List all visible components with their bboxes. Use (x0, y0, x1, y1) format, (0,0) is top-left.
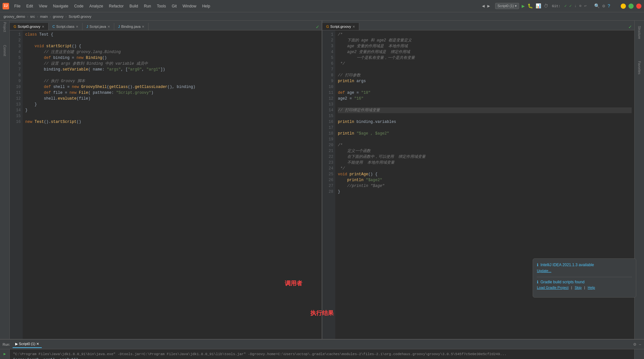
help-icon[interactable]: ? (608, 4, 610, 9)
sidebar-project-icon[interactable]: Project (1, 23, 9, 31)
tab-icon-java: J (86, 25, 88, 28)
tab-icon-groovy: G (14, 25, 17, 28)
tab-close-script-groovy[interactable]: ✕ (352, 25, 355, 28)
tab-icon-class: C (52, 25, 55, 28)
window-controls: ◀ ▶ Script0 (1) ▾ ▶ 🐛 📊 ⏱ Git: ✓ ✓ ↓ ⊙ ↩… (482, 3, 641, 9)
sidebar-structure-icon[interactable]: Structure (638, 26, 641, 39)
menu-tools[interactable]: Tools (154, 3, 169, 10)
profile-icon[interactable]: ⏱ (544, 4, 548, 9)
breadcrumb-groovy[interactable]: groovy (52, 15, 64, 18)
breadcrumb-file[interactable]: Script0.groovy (68, 15, 92, 18)
left-line-numbers: 12345678910111213141516 (10, 30, 23, 339)
maximize-button[interactable] (628, 4, 634, 9)
notification-separator (537, 277, 632, 277)
notification-panel: ℹ IntelliJ IDEA 2021.1.3 available Updat… (533, 258, 636, 298)
run-icon[interactable]: ▶ (522, 3, 525, 9)
git-pull-icon[interactable]: ↓ (574, 4, 576, 8)
help-link[interactable]: Help (588, 286, 595, 289)
menu-code[interactable]: Code (72, 3, 86, 10)
sidebar-favorites-icon[interactable]: Favorites (638, 61, 641, 74)
tab-close-script0[interactable]: ✕ (42, 25, 44, 28)
breadcrumb-project[interactable]: groovy_demo (3, 15, 26, 18)
menu-window[interactable]: Window (180, 3, 199, 10)
git-history-icon[interactable]: ⊙ (579, 4, 582, 8)
gradle-sep2: | (584, 286, 585, 289)
tab-label-script-groovy: Script.groovy (330, 25, 351, 28)
tab-close-class[interactable]: ✕ (76, 25, 78, 28)
debug-icon[interactable]: 🐛 (527, 3, 533, 9)
git-revert-icon[interactable]: ↩ (584, 4, 586, 8)
menu-help[interactable]: Help (200, 3, 213, 10)
left-sidebar: Project Commit (0, 21, 10, 339)
tab-label-script0: Script0.groovy (18, 25, 40, 28)
close-button[interactable] (636, 4, 641, 9)
menu-analyze[interactable]: Analyze (87, 3, 106, 10)
menu-bar: File Edit View Navigate Code Analyze Ref… (12, 3, 213, 10)
notification-idea-title: ℹ IntelliJ IDEA 2021.1.3 available (537, 263, 632, 267)
left-code-content[interactable]: class Test { void startScript() { // 注意这… (23, 30, 322, 339)
run-tab-script0[interactable]: ▶ Script0 (1) ✕ (13, 341, 42, 348)
minimize-button[interactable] (621, 4, 626, 9)
settings-icon[interactable]: ⚙ (602, 3, 605, 9)
tab-label-class: Script.class (56, 25, 74, 28)
menu-navigate[interactable]: Navigate (50, 3, 71, 10)
left-annotation: 调用者 (285, 279, 302, 287)
left-pane-check: ✓ (316, 24, 319, 30)
coverage-icon[interactable]: 📊 (536, 3, 541, 9)
left-editor-tabs: G Script0.groovy ✕ C Script.class ✕ J Sc… (10, 21, 322, 30)
forward-icon[interactable]: ▶ (487, 3, 490, 9)
run-right-controls (634, 349, 644, 359)
search-icon[interactable]: 🔍 (594, 3, 600, 9)
run-config-dropdown[interactable]: Script0 (1) ▾ (495, 3, 519, 9)
run-panel: Run: ▶ Script0 (1) ✕ ⚙ – ▶ ■ ↺ ⏸ ⤓ ⏎ 🗑 "… (0, 339, 644, 359)
menu-edit[interactable]: Edit (24, 3, 36, 10)
run-content: ▶ ■ ↺ ⏸ ⤓ ⏎ 🗑 "C:\Program Files\Java\jdk… (0, 349, 644, 359)
sidebar-commit-icon[interactable]: Commit (1, 47, 9, 54)
gradle-links: Load Gradle Project | Skip | Help (537, 286, 632, 289)
tab-script-groovy[interactable]: G Script.groovy ✕ (322, 23, 359, 30)
run-hide-icon[interactable]: – (639, 342, 641, 347)
title-bar: IJ File Edit View Navigate Code Analyze … (0, 0, 644, 12)
menu-file[interactable]: File (12, 3, 23, 10)
run-settings-icon[interactable]: ⚙ (633, 342, 636, 347)
tab-close-java[interactable]: ✕ (107, 25, 110, 28)
menu-view[interactable]: View (36, 3, 50, 10)
run-cmd-line: "C:\Program Files\Java\jdk1.8.0_91\bin\j… (13, 351, 631, 357)
right-line-numbers: 1234567891011121314151617181920212223242… (322, 30, 335, 339)
left-code-area: 12345678910111213141516 class Test { voi… (10, 30, 322, 339)
run-output[interactable]: "C:\Program Files\Java\jdk1.8.0_91\bin\j… (10, 349, 634, 359)
run-label: Run: (3, 343, 10, 346)
menu-build[interactable]: Build (127, 3, 141, 10)
tab-close-binding[interactable]: ✕ (142, 25, 144, 28)
breadcrumb: groovy_demo › src › main › groovy › Scri… (0, 12, 644, 21)
gradle-sep: | (571, 286, 572, 289)
load-gradle-link[interactable]: Load Gradle Project (537, 286, 569, 289)
left-editor-pane: G Script0.groovy ✕ C Script.class ✕ J Sc… (10, 21, 322, 339)
notification-gradle-text: Gradle build scripts found (540, 280, 584, 284)
run-panel-header: Run: ▶ Script0 (1) ✕ ⚙ – (0, 340, 644, 349)
notification-idea-update: ℹ IntelliJ IDEA 2021.1.3 available Updat… (537, 263, 632, 273)
tab-icon-script-groovy: G (326, 25, 329, 28)
breadcrumb-src[interactable]: src (29, 15, 36, 18)
menu-git[interactable]: Git (169, 3, 179, 10)
menu-refactor[interactable]: Refactor (106, 3, 126, 10)
back-icon[interactable]: ◀ (482, 3, 484, 9)
update-link[interactable]: Update... (537, 269, 551, 273)
run-play-btn[interactable]: ▶ (2, 351, 8, 357)
notification-idea-text: IntelliJ IDEA 2021.1.3 available (540, 263, 594, 267)
tab-script0-groovy[interactable]: G Script0.groovy ✕ (10, 23, 49, 30)
notification-gradle-title: ℹ Gradle build scripts found (537, 280, 632, 284)
git-check-icon[interactable]: ✓ (564, 4, 567, 8)
notification-gradle: ℹ Gradle build scripts found Load Gradle… (537, 280, 632, 289)
menu-run[interactable]: Run (141, 3, 154, 10)
right-editor-tabs: G Script.groovy ✕ ✓ (322, 21, 634, 30)
tab-script-class[interactable]: C Script.class ✕ (49, 23, 83, 30)
skip-link[interactable]: Skip (575, 286, 582, 289)
tab-icon-binding: J (118, 25, 120, 28)
info-icon-1: ℹ (537, 263, 539, 267)
tab-binding-java[interactable]: J Binding.java ✕ (114, 23, 149, 30)
breadcrumb-main[interactable]: main (39, 15, 49, 18)
tab-script-java[interactable]: J Script.java ✕ (83, 23, 114, 30)
info-icon-2: ℹ (537, 280, 539, 284)
git-push-icon[interactable]: ✓ (569, 4, 572, 8)
